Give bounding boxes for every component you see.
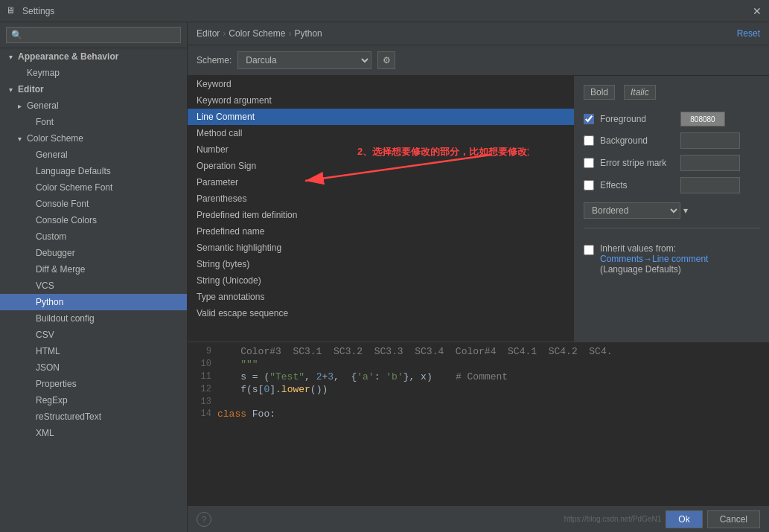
sidebar-item-console-colors[interactable]: Console Colors — [0, 212, 187, 228]
sidebar-item-console-font[interactable]: Console Font — [0, 196, 187, 212]
inherit-row: Inherit values from: Comments→Line comme… — [584, 243, 760, 275]
titlebar: 🖥 Settings ✕ — [0, 0, 769, 22]
code-line-10: 10 """ — [188, 358, 769, 371]
sidebar-item-python[interactable]: Python — [0, 294, 187, 310]
effects-color-box[interactable] — [680, 177, 740, 193]
app-icon: 🖥 — [6, 5, 18, 17]
sidebar-item-label-cs-general: General — [36, 150, 68, 160]
italic-button[interactable]: Italic — [624, 85, 656, 100]
effects-select[interactable]: Bordered Underline Bold underline Strike… — [584, 202, 680, 219]
help-button[interactable]: ? — [197, 512, 211, 527]
keyword-item-semantic-highlighting[interactable]: Semantic highlighting — [188, 240, 574, 256]
sidebar-item-cs-general[interactable]: General — [0, 147, 187, 163]
foreground-value: 808080 — [690, 115, 715, 124]
effects-dropdown-row: Bordered Underline Bold underline Strike… — [584, 202, 760, 219]
content-area: Editor › Color Scheme › Python Reset Sch… — [188, 22, 769, 532]
keyword-item-type-annotations[interactable]: Type annotations — [188, 289, 574, 305]
sidebar-item-vcs[interactable]: VCS — [0, 278, 187, 294]
sidebar-item-label-editor: Editor — [18, 84, 44, 94]
keyword-item-predefined-name[interactable]: Predefined name — [188, 223, 574, 240]
sidebar-item-label-diff-merge: Diff & Merge — [36, 264, 85, 275]
code-line-14: 14class Foo: — [188, 408, 769, 420]
scheme-gear-button[interactable]: ⚙ — [377, 51, 395, 69]
sidebar-item-label-color-scheme: Color Scheme — [27, 133, 83, 144]
keyword-item-method-call[interactable]: Method call — [188, 125, 574, 141]
sidebar-item-restructuredtext[interactable]: reStructuredText — [0, 408, 187, 425]
effects-checkbox[interactable] — [584, 180, 594, 190]
sidebar-item-debugger[interactable]: Debugger — [0, 245, 187, 261]
keyword-item-line-comment[interactable]: Line Comment — [188, 109, 574, 125]
sidebar-item-custom[interactable]: Custom — [0, 228, 187, 245]
inherit-checkbox[interactable] — [584, 245, 594, 255]
line-number: 11 — [188, 371, 217, 382]
sidebar-item-label-csv: CSV — [36, 330, 54, 340]
sidebar-item-properties[interactable]: Properties — [0, 376, 187, 392]
expand-arrow-appearance — [6, 52, 15, 61]
keyword-item-valid-escape[interactable]: Valid escape sequence — [188, 305, 574, 321]
sidebar-item-font[interactable]: Font — [0, 114, 187, 130]
sidebar-item-appearance[interactable]: Appearance & Behavior — [0, 48, 187, 65]
sidebar-item-keymap[interactable]: Keymap — [0, 65, 187, 81]
line-number: 14 — [188, 408, 217, 420]
foreground-color-box[interactable]: 808080 — [680, 112, 725, 126]
effects-row: Effects — [584, 177, 760, 193]
sidebar-item-label-keymap: Keymap — [27, 68, 60, 78]
bold-button[interactable]: Bold — [584, 85, 615, 100]
sidebar-item-general[interactable]: General — [0, 97, 187, 114]
effects-dropdown-arrow: ▾ — [683, 205, 688, 216]
sidebar-item-regexp[interactable]: RegExp — [0, 392, 187, 408]
keyword-list: KeywordKeyword argumentLine CommentMetho… — [188, 76, 575, 342]
scheme-row: Scheme: Darcula Default High Contrast ⚙ — [188, 45, 769, 76]
keyword-item-parentheses[interactable]: Parentheses — [188, 190, 574, 207]
search-input[interactable] — [6, 27, 181, 43]
background-checkbox[interactable] — [584, 135, 594, 146]
bottom-right: https://blog.csdn.net/PdGeN1 Ok Cancel — [564, 510, 760, 528]
breadcrumb-color-scheme: Color Scheme — [229, 28, 285, 39]
foreground-label: Foreground — [600, 114, 674, 124]
sidebar-item-xml[interactable]: XML — [0, 425, 187, 441]
cancel-button[interactable]: Cancel — [707, 510, 760, 528]
code-line-9: 9 Color#3 SC3.1 SC3.2 SC3.3 SC3.4 Color#… — [188, 345, 769, 358]
reset-button[interactable]: Reset — [737, 28, 760, 39]
keyword-item-operation-sign[interactable]: Operation Sign — [188, 158, 574, 174]
background-color-box[interactable] — [680, 132, 740, 149]
line-number: 13 — [188, 397, 217, 407]
background-row: Background — [584, 132, 760, 149]
sidebar-item-editor[interactable]: Editor — [0, 81, 187, 97]
sidebar-item-json[interactable]: JSON — [0, 359, 187, 376]
keyword-item-keyword-argument[interactable]: Keyword argument — [188, 92, 574, 109]
keyword-item-string-unicode[interactable]: String (Unicode) — [188, 272, 574, 289]
sidebar-item-label-properties: Properties — [36, 379, 77, 389]
foreground-checkbox[interactable] — [584, 114, 594, 124]
error-stripe-color-box[interactable] — [680, 155, 740, 171]
sidebar-item-color-scheme-font[interactable]: Color Scheme Font — [0, 179, 187, 196]
keyword-item-number[interactable]: Number — [188, 141, 574, 158]
inherit-link[interactable]: Comments→Line comment — [600, 254, 708, 264]
error-stripe-checkbox[interactable] — [584, 158, 594, 168]
keyword-item-predefined-item-def[interactable]: Predefined item definition — [188, 207, 574, 223]
sidebar-item-csv[interactable]: CSV — [0, 327, 187, 343]
breadcrumb-python: Python — [294, 28, 322, 39]
search-bar — [0, 22, 187, 48]
line-content: f(s[0].lower()) — [217, 384, 328, 395]
sidebar-item-label-general: General — [27, 100, 59, 111]
code-preview: 9 Color#3 SC3.1 SC3.2 SC3.3 SC3.4 Color#… — [188, 342, 769, 505]
editor-body: KeywordKeyword argumentLine CommentMetho… — [188, 76, 769, 342]
sidebar-item-buildout-config[interactable]: Buildout config — [0, 310, 187, 327]
keyword-item-parameter[interactable]: Parameter — [188, 174, 574, 190]
scheme-select[interactable]: Darcula Default High Contrast — [237, 51, 371, 69]
sidebar-item-language-defaults[interactable]: Language Defaults — [0, 163, 187, 179]
url-hint: https://blog.csdn.net/PdGeN1 — [564, 515, 662, 523]
keyword-item-string-bytes[interactable]: String (bytes) — [188, 256, 574, 272]
style-checkboxes: Bold Italic — [584, 85, 760, 100]
sidebar-item-label-html: HTML — [36, 346, 60, 356]
close-button[interactable]: ✕ — [751, 5, 763, 17]
ok-button[interactable]: Ok — [666, 510, 702, 528]
keyword-item-keyword[interactable]: Keyword — [188, 76, 574, 92]
sidebar-item-color-scheme[interactable]: Color Scheme — [0, 130, 187, 147]
sidebar-item-label-json: JSON — [36, 362, 60, 373]
inherit-content: Inherit values from: Comments→Line comme… — [600, 243, 708, 275]
sidebar-item-diff-merge[interactable]: Diff & Merge — [0, 261, 187, 278]
sidebar-item-html[interactable]: HTML — [0, 343, 187, 359]
sidebar-item-label-color-scheme-font: Color Scheme Font — [36, 182, 112, 193]
